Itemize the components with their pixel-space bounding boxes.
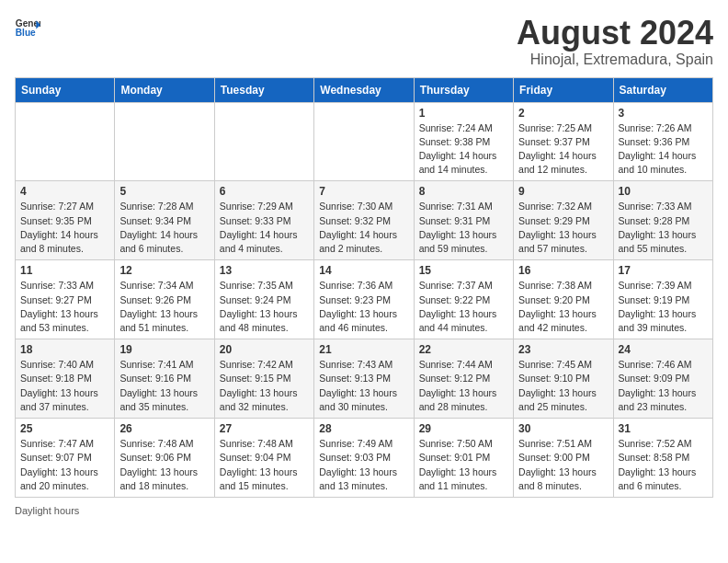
calendar-cell: 18Sunrise: 7:40 AMSunset: 9:18 PMDayligh… xyxy=(16,339,115,419)
header-day-thursday: Thursday xyxy=(414,77,513,102)
day-number: 17 xyxy=(619,264,708,277)
day-number: 7 xyxy=(319,185,408,198)
day-number: 1 xyxy=(419,107,508,120)
day-info: Sunrise: 7:30 AMSunset: 9:32 PMDaylight:… xyxy=(319,200,408,256)
page-header: General Blue August 2024 Hinojal, Extrem… xyxy=(15,15,713,68)
calendar-cell xyxy=(16,102,115,181)
calendar-body: 1Sunrise: 7:24 AMSunset: 9:38 PMDaylight… xyxy=(16,102,713,497)
week-row-3: 11Sunrise: 7:33 AMSunset: 9:27 PMDayligh… xyxy=(16,260,713,339)
day-info: Sunrise: 7:35 AMSunset: 9:24 PMDaylight:… xyxy=(220,279,309,335)
title-block: August 2024 Hinojal, Extremadura, Spain xyxy=(517,15,713,68)
calendar-cell: 4Sunrise: 7:27 AMSunset: 9:35 PMDaylight… xyxy=(16,181,115,260)
day-number: 10 xyxy=(619,185,708,198)
calendar-cell: 5Sunrise: 7:28 AMSunset: 9:34 PMDaylight… xyxy=(115,181,214,260)
day-number: 12 xyxy=(119,264,209,277)
week-row-2: 4Sunrise: 7:27 AMSunset: 9:35 PMDaylight… xyxy=(16,181,713,260)
day-number: 26 xyxy=(119,422,209,435)
day-number: 13 xyxy=(220,264,309,277)
day-number: 20 xyxy=(220,343,309,356)
header-day-wednesday: Wednesday xyxy=(314,77,414,102)
header-row: SundayMondayTuesdayWednesdayThursdayFrid… xyxy=(16,77,713,102)
day-number: 4 xyxy=(20,185,109,198)
day-info: Sunrise: 7:44 AMSunset: 9:12 PMDaylight:… xyxy=(419,358,508,414)
day-number: 11 xyxy=(20,264,109,277)
page-title: August 2024 xyxy=(517,15,713,52)
calendar-cell: 28Sunrise: 7:49 AMSunset: 9:03 PMDayligh… xyxy=(314,419,414,498)
day-info: Sunrise: 7:47 AMSunset: 9:07 PMDaylight:… xyxy=(20,437,109,493)
day-number: 27 xyxy=(220,422,309,435)
daylight-label: Daylight hours xyxy=(15,505,79,516)
calendar-cell: 7Sunrise: 7:30 AMSunset: 9:32 PMDaylight… xyxy=(314,181,414,260)
day-number: 29 xyxy=(419,422,508,435)
calendar-cell: 20Sunrise: 7:42 AMSunset: 9:15 PMDayligh… xyxy=(214,339,313,419)
calendar-cell: 29Sunrise: 7:50 AMSunset: 9:01 PMDayligh… xyxy=(414,419,513,498)
day-info: Sunrise: 7:48 AMSunset: 9:04 PMDaylight:… xyxy=(220,437,309,493)
calendar-cell: 26Sunrise: 7:48 AMSunset: 9:06 PMDayligh… xyxy=(115,419,214,498)
calendar-cell: 19Sunrise: 7:41 AMSunset: 9:16 PMDayligh… xyxy=(115,339,214,419)
day-number: 21 xyxy=(319,343,408,356)
day-info: Sunrise: 7:24 AMSunset: 9:38 PMDaylight:… xyxy=(419,121,508,178)
day-number: 3 xyxy=(619,107,708,120)
day-info: Sunrise: 7:33 AMSunset: 9:27 PMDaylight:… xyxy=(20,279,109,335)
calendar-cell: 1Sunrise: 7:24 AMSunset: 9:38 PMDaylight… xyxy=(414,102,513,181)
calendar-table: SundayMondayTuesdayWednesdayThursdayFrid… xyxy=(15,77,713,498)
day-number: 19 xyxy=(119,343,209,356)
header-day-sunday: Sunday xyxy=(16,77,115,102)
calendar-cell: 6Sunrise: 7:29 AMSunset: 9:33 PMDaylight… xyxy=(214,181,313,260)
day-info: Sunrise: 7:40 AMSunset: 9:18 PMDaylight:… xyxy=(20,358,109,414)
day-number: 5 xyxy=(119,185,209,198)
calendar-cell: 17Sunrise: 7:39 AMSunset: 9:19 PMDayligh… xyxy=(613,260,712,339)
calendar-cell: 12Sunrise: 7:34 AMSunset: 9:26 PMDayligh… xyxy=(115,260,214,339)
calendar-cell: 2Sunrise: 7:25 AMSunset: 9:37 PMDaylight… xyxy=(514,102,613,181)
calendar-cell: 9Sunrise: 7:32 AMSunset: 9:29 PMDaylight… xyxy=(514,181,613,260)
day-number: 6 xyxy=(220,185,309,198)
day-info: Sunrise: 7:26 AMSunset: 9:36 PMDaylight:… xyxy=(619,121,708,178)
calendar-cell: 27Sunrise: 7:48 AMSunset: 9:04 PMDayligh… xyxy=(214,419,313,498)
logo-icon: General Blue xyxy=(15,15,40,40)
day-number: 23 xyxy=(518,343,608,356)
logo: General Blue xyxy=(15,15,40,40)
day-number: 9 xyxy=(518,185,608,198)
calendar-cell: 16Sunrise: 7:38 AMSunset: 9:20 PMDayligh… xyxy=(514,260,613,339)
day-number: 28 xyxy=(319,422,408,435)
day-info: Sunrise: 7:33 AMSunset: 9:28 PMDaylight:… xyxy=(619,200,708,256)
calendar-cell: 13Sunrise: 7:35 AMSunset: 9:24 PMDayligh… xyxy=(214,260,313,339)
header-day-saturday: Saturday xyxy=(613,77,712,102)
day-info: Sunrise: 7:49 AMSunset: 9:03 PMDaylight:… xyxy=(319,437,408,493)
day-number: 15 xyxy=(419,264,508,277)
day-number: 18 xyxy=(20,343,109,356)
day-info: Sunrise: 7:28 AMSunset: 9:34 PMDaylight:… xyxy=(119,200,209,256)
footer: Daylight hours xyxy=(15,505,713,516)
day-number: 16 xyxy=(518,264,608,277)
calendar-cell xyxy=(314,102,414,181)
calendar-cell: 11Sunrise: 7:33 AMSunset: 9:27 PMDayligh… xyxy=(16,260,115,339)
day-number: 24 xyxy=(619,343,708,356)
day-info: Sunrise: 7:48 AMSunset: 9:06 PMDaylight:… xyxy=(119,437,209,493)
day-info: Sunrise: 7:34 AMSunset: 9:26 PMDaylight:… xyxy=(119,279,209,335)
svg-text:Blue: Blue xyxy=(16,28,36,38)
day-info: Sunrise: 7:42 AMSunset: 9:15 PMDaylight:… xyxy=(220,358,309,414)
week-row-4: 18Sunrise: 7:40 AMSunset: 9:18 PMDayligh… xyxy=(16,339,713,419)
calendar-cell: 31Sunrise: 7:52 AMSunset: 8:58 PMDayligh… xyxy=(613,419,712,498)
calendar-cell xyxy=(115,102,214,181)
day-number: 31 xyxy=(619,422,708,435)
day-number: 22 xyxy=(419,343,508,356)
week-row-5: 25Sunrise: 7:47 AMSunset: 9:07 PMDayligh… xyxy=(16,419,713,498)
day-number: 2 xyxy=(518,107,608,120)
header-day-monday: Monday xyxy=(115,77,214,102)
day-number: 25 xyxy=(20,422,109,435)
day-info: Sunrise: 7:41 AMSunset: 9:16 PMDaylight:… xyxy=(119,358,209,414)
day-info: Sunrise: 7:32 AMSunset: 9:29 PMDaylight:… xyxy=(518,200,608,256)
day-info: Sunrise: 7:43 AMSunset: 9:13 PMDaylight:… xyxy=(319,358,408,414)
calendar-cell: 10Sunrise: 7:33 AMSunset: 9:28 PMDayligh… xyxy=(613,181,712,260)
day-info: Sunrise: 7:29 AMSunset: 9:33 PMDaylight:… xyxy=(220,200,309,256)
day-number: 8 xyxy=(419,185,508,198)
day-info: Sunrise: 7:27 AMSunset: 9:35 PMDaylight:… xyxy=(20,200,109,256)
day-number: 14 xyxy=(319,264,408,277)
header-day-tuesday: Tuesday xyxy=(214,77,313,102)
calendar-header: SundayMondayTuesdayWednesdayThursdayFrid… xyxy=(16,77,713,102)
calendar-cell: 22Sunrise: 7:44 AMSunset: 9:12 PMDayligh… xyxy=(414,339,513,419)
day-info: Sunrise: 7:51 AMSunset: 9:00 PMDaylight:… xyxy=(518,437,608,493)
calendar-cell: 25Sunrise: 7:47 AMSunset: 9:07 PMDayligh… xyxy=(16,419,115,498)
day-info: Sunrise: 7:25 AMSunset: 9:37 PMDaylight:… xyxy=(518,121,608,178)
